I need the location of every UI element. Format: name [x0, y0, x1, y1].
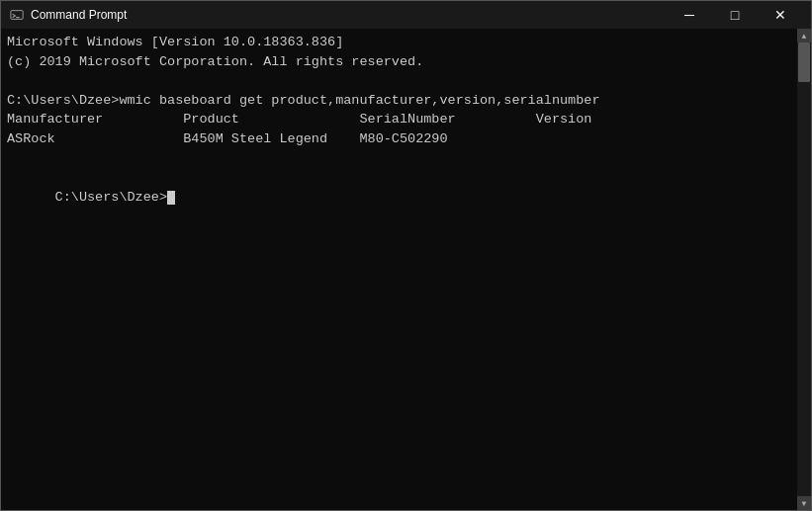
prompt-text: C:\Users\Dzee> [55, 190, 167, 205]
console-line-7 [7, 148, 805, 168]
console-prompt-line: C:\Users\Dzee> [7, 168, 805, 226]
console-output[interactable]: Microsoft Windows [Version 10.0.18363.83… [1, 29, 811, 510]
window-icon [9, 7, 25, 23]
title-bar: Command Prompt ─ □ ✕ [1, 1, 811, 29]
scroll-up-arrow[interactable]: ▲ [797, 29, 811, 43]
console-line-2: (c) 2019 Microsoft Corporation. All righ… [7, 52, 805, 72]
command-prompt-window: Command Prompt ─ □ ✕ Microsoft Windows [… [0, 0, 812, 511]
close-button[interactable]: ✕ [758, 1, 803, 29]
maximize-button[interactable]: □ [712, 1, 758, 29]
window-title: Command Prompt [31, 8, 667, 22]
minimize-button[interactable]: ─ [667, 1, 712, 29]
scroll-down-arrow[interactable]: ▼ [797, 496, 811, 510]
console-line-3 [7, 71, 805, 91]
scrollbar[interactable]: ▲ ▼ [797, 29, 811, 510]
console-line-4: C:\Users\Dzee>wmic baseboard get product… [7, 91, 805, 111]
scrollbar-thumb[interactable] [798, 43, 810, 82]
scrollbar-track[interactable] [797, 43, 811, 496]
console-line-1: Microsoft Windows [Version 10.0.18363.83… [7, 33, 805, 52]
console-line-5: Manufacturer Product SerialNumber Versio… [7, 110, 805, 129]
console-line-6: ASRock B450M Steel Legend M80-C502290 [7, 129, 805, 149]
window-controls: ─ □ ✕ [667, 1, 803, 29]
cursor [167, 191, 175, 205]
